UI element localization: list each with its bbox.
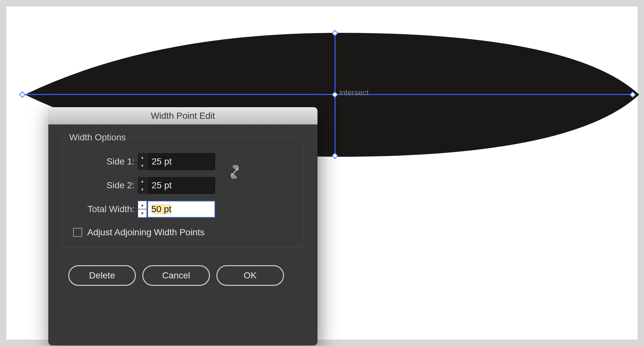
path-spine[interactable] — [22, 94, 633, 95]
chevron-down-icon[interactable]: ▼ — [138, 162, 147, 170]
chevron-up-icon[interactable]: ▲ — [138, 177, 147, 186]
anchor-point-left[interactable] — [19, 91, 25, 98]
side2-label: Side 2: — [72, 180, 138, 191]
adjust-adjoining-label: Adjust Adjoining Width Points — [87, 227, 204, 238]
chevron-up-icon[interactable]: ▲ — [138, 201, 147, 209]
chevron-down-icon[interactable]: ▼ — [138, 186, 147, 194]
adjust-adjoining-checkbox[interactable] — [73, 228, 82, 237]
total-width-input[interactable]: 50 pt — [147, 201, 215, 218]
width-options-legend: Width Options — [67, 132, 128, 143]
dialog-title: Width Point Edit — [151, 111, 215, 121]
link-sides-icon[interactable] — [230, 165, 240, 180]
width-options-group: Width Options Side 1: ▲ ▼ — [62, 137, 304, 248]
chevron-up-icon[interactable]: ▲ — [138, 154, 147, 162]
delete-button[interactable]: Delete — [68, 265, 136, 286]
intersect-hint-label: intersect — [339, 88, 369, 97]
side2-input[interactable] — [147, 177, 215, 194]
chevron-down-icon[interactable]: ▼ — [138, 209, 147, 217]
side1-label: Side 1: — [72, 156, 138, 167]
total-width-label: Total Width: — [72, 204, 138, 214]
cancel-button[interactable]: Cancel — [142, 265, 210, 286]
artboard[interactable]: intersect Width Point Edit Width Options… — [6, 6, 638, 340]
width-point-edit-dialog: Width Point Edit Width Options Side 1: ▲… — [48, 107, 317, 345]
side2-stepper[interactable]: ▲ ▼ — [138, 177, 147, 194]
ok-button[interactable]: OK — [216, 265, 284, 286]
total-width-stepper[interactable]: ▲ ▼ — [138, 201, 147, 218]
side1-input[interactable] — [147, 153, 215, 170]
side1-stepper[interactable]: ▲ ▼ — [138, 153, 147, 170]
dialog-titlebar[interactable]: Width Point Edit — [48, 107, 317, 125]
